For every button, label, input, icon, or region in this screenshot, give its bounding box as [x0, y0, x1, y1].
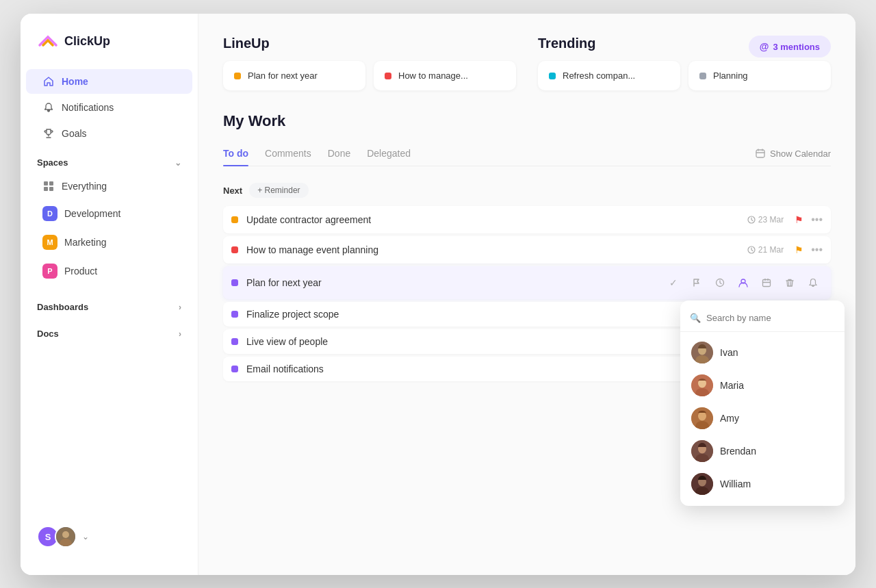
avatar-user — [55, 526, 77, 548]
marketing-label: Marketing — [64, 237, 106, 248]
user-item-william[interactable]: William — [680, 468, 845, 500]
spaces-section-header: Spaces ⌄ — [21, 146, 198, 173]
task-1-date: 23 Mar — [747, 215, 784, 225]
tab-done[interactable]: Done — [328, 141, 350, 166]
user-item-brendan[interactable]: Brendan — [680, 435, 845, 468]
task-row[interactable]: Update contractor agreement 23 Mar ⚑ ••• — [223, 206, 831, 233]
amy-name: Amy — [720, 413, 739, 424]
spaces-chevron-icon[interactable]: ⌄ — [175, 158, 181, 168]
bell-inline-icon[interactable] — [803, 273, 823, 292]
grid-icon — [42, 180, 55, 192]
lineup-card-1-dot — [385, 73, 391, 79]
search-input[interactable] — [706, 313, 835, 323]
app-name: ClickUp — [64, 34, 110, 49]
lineup-card-1-label: How to manage... — [398, 71, 468, 81]
check-icon[interactable]: ✓ — [664, 273, 683, 292]
sidebar-item-goals[interactable]: Goals — [26, 121, 192, 146]
everything-label: Everything — [62, 181, 107, 192]
trending-card-1-dot — [699, 73, 706, 79]
sidebar-item-notifications[interactable]: Notifications — [26, 95, 192, 120]
dashboards-section-header[interactable]: Dashboards › — [21, 291, 198, 318]
lineup-card-1[interactable]: How to manage... — [374, 61, 516, 90]
tab-todo[interactable]: To do — [223, 141, 248, 166]
sidebar-item-everything[interactable]: Everything — [26, 174, 192, 199]
tab-delegated[interactable]: Delegated — [367, 141, 411, 166]
mywork-title: My Work — [223, 112, 831, 130]
mywork-tabs: To do Comments Done Delegated Show Calen… — [223, 141, 831, 166]
top-section: LineUp Plan for next year How to manage.… — [223, 36, 831, 90]
task-1-name: Update contractor agreement — [246, 214, 747, 225]
next-row: Next + Reminder — [223, 183, 831, 198]
task-2-name: How to manage event planning — [246, 244, 747, 255]
assignee-inline-icon[interactable] — [734, 273, 753, 292]
flag-inline-icon[interactable] — [687, 273, 706, 292]
spaces-label: Spaces — [37, 157, 68, 168]
task-2-color-dot — [231, 246, 238, 253]
clock-inline-icon[interactable] — [710, 273, 730, 292]
svg-rect-8 — [763, 280, 771, 287]
amy-avatar — [691, 407, 713, 429]
trending-card-0-label: Refresh compan... — [563, 71, 635, 81]
lineup-title: LineUp — [223, 36, 516, 51]
task-6-color-dot — [231, 366, 238, 372]
sidebar-item-development[interactable]: D Development — [26, 200, 192, 227]
maria-avatar — [691, 374, 713, 396]
clickup-logo-icon — [37, 30, 59, 52]
svg-rect-3 — [756, 150, 764, 157]
task-1-color-dot — [231, 216, 238, 223]
trending-card-1[interactable]: Planning — [688, 61, 831, 90]
lineup-card-0-dot — [234, 73, 241, 79]
lineup-section: LineUp Plan for next year How to manage.… — [223, 36, 516, 90]
sidebar-item-home[interactable]: Home — [26, 69, 192, 94]
home-label: Home — [62, 76, 88, 87]
sidebar-bottom: S ⌄ — [21, 515, 198, 559]
search-icon: 🔍 — [690, 313, 701, 323]
reminder-label: + Reminder — [257, 186, 300, 195]
reminder-button[interactable]: + Reminder — [249, 183, 308, 198]
mentions-button[interactable]: @ 3 mentions — [749, 36, 831, 57]
task-5-color-dot — [231, 338, 238, 345]
brendan-avatar — [691, 440, 713, 462]
at-icon: @ — [760, 41, 769, 52]
dashboards-chevron-icon: › — [179, 303, 181, 312]
user-item-maria[interactable]: Maria — [680, 369, 845, 402]
delete-inline-icon[interactable] — [780, 273, 799, 292]
home-icon — [42, 75, 55, 88]
task-2-flag-icon[interactable]: ⚑ — [792, 243, 806, 257]
svg-point-1 — [62, 531, 69, 538]
docs-section-header[interactable]: Docs › — [21, 318, 198, 344]
ivan-name: Ivan — [720, 347, 738, 358]
show-calendar-label: Show Calendar — [770, 149, 831, 159]
logo: ClickUp — [21, 30, 198, 68]
trophy-icon — [42, 127, 55, 140]
user-item-ivan[interactable]: Ivan — [680, 336, 845, 369]
tab-comments[interactable]: Comments — [265, 141, 311, 166]
main-content: @ 3 mentions LineUp Plan for next year H… — [198, 14, 855, 575]
product-label: Product — [64, 266, 97, 277]
avatar-group: S — [37, 526, 77, 548]
task-row-highlighted[interactable]: Plan for next year ✓ — [223, 266, 831, 299]
development-label: Development — [64, 208, 121, 219]
goals-label: Goals — [62, 128, 87, 139]
trending-card-0[interactable]: Refresh compan... — [538, 61, 680, 90]
ivan-avatar — [691, 342, 713, 363]
task-row[interactable]: How to manage event planning 21 Mar ⚑ ••… — [223, 236, 831, 264]
lineup-card-0-label: Plan for next year — [248, 71, 318, 81]
task-1-flag-icon[interactable]: ⚑ — [792, 213, 806, 227]
lineup-card-0[interactable]: Plan for next year — [223, 61, 365, 90]
sidebar-item-marketing[interactable]: M Marketing — [26, 229, 192, 256]
task-1-menu-icon[interactable]: ••• — [811, 214, 823, 226]
calendar-inline-icon[interactable] — [757, 273, 776, 292]
product-space-icon: P — [42, 264, 57, 279]
assignee-dropdown: 🔍 Ivan Mar — [680, 301, 845, 506]
trending-card-0-dot — [549, 73, 556, 79]
william-name: William — [720, 478, 751, 489]
docs-label: Docs — [37, 329, 59, 339]
sidebar-item-product[interactable]: P Product — [26, 257, 192, 285]
maria-name: Maria — [720, 380, 744, 391]
task-2-menu-icon[interactable]: ••• — [811, 244, 823, 256]
show-calendar-button[interactable]: Show Calendar — [755, 148, 831, 159]
mywork-section: My Work To do Comments Done Delegated Sh… — [223, 112, 831, 381]
user-item-amy[interactable]: Amy — [680, 402, 845, 435]
user-menu-chevron-icon[interactable]: ⌄ — [82, 532, 89, 541]
